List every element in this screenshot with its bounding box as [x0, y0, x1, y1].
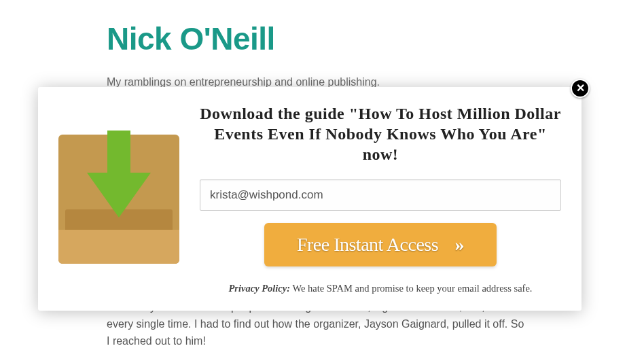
modal-heading: Download the guide "How To Host Million …: [200, 103, 561, 165]
privacy-label[interactable]: Privacy Policy:: [228, 283, 290, 294]
download-icon: [58, 135, 179, 264]
close-icon: ✕: [576, 82, 585, 94]
chevron-right-icon: »: [455, 234, 465, 255]
site-title[interactable]: Nick O'Neill: [107, 20, 644, 57]
email-field[interactable]: [200, 179, 561, 211]
privacy-body: We hate SPAM and promise to keep your em…: [290, 283, 532, 294]
free-access-button[interactable]: Free Instant Access »: [264, 223, 497, 266]
privacy-policy-text: Privacy Policy: We hate SPAM and promise…: [200, 283, 561, 294]
lead-capture-modal: ✕ Download the guide "How To Host Millio…: [38, 87, 582, 311]
cta-label: Free Instant Access: [297, 234, 438, 255]
modal-content: Download the guide "How To Host Million …: [200, 103, 561, 294]
close-button[interactable]: ✕: [571, 79, 590, 98]
